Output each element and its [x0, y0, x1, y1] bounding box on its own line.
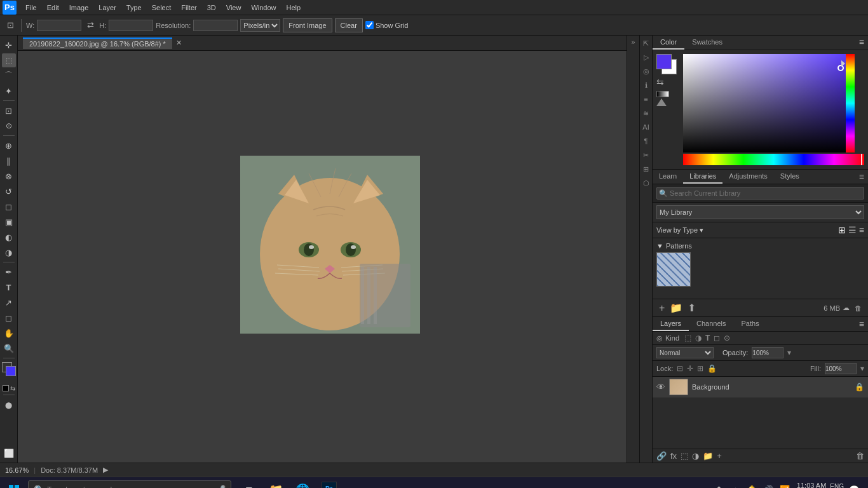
lock-artboard-icon[interactable]: ⊞ [697, 364, 703, 373]
fg-color-box[interactable] [656, 54, 672, 69]
units-select[interactable]: Pixels/in [240, 19, 280, 32]
add-adjustment-btn[interactable]: ◑ [692, 451, 699, 461]
pattern-item-1[interactable] [656, 252, 691, 287]
status-arrow-btn[interactable]: ▶ [103, 466, 108, 474]
add-style-btn[interactable]: fx [670, 451, 677, 461]
swap-color-btn[interactable]: ⇆ [656, 77, 664, 87]
taskbar-search-bar[interactable]: 🔍 Type here to search 🎤 [28, 480, 231, 489]
add-mask-btn[interactable]: ⬚ [681, 451, 688, 461]
list-view-btn[interactable]: ☰ [848, 225, 857, 235]
lib-tab-libraries[interactable]: Libraries [683, 170, 722, 184]
canvas-tab-name[interactable]: 20190822_160020.jpg @ 16.7% (RGB/8#) * [23, 37, 172, 49]
pixel-filter-icon[interactable]: ⬚ [684, 334, 691, 342]
gradient-tool[interactable]: ▣ [2, 215, 16, 229]
panel-tool-8[interactable]: ¶ [641, 136, 651, 146]
zoom-tool[interactable]: 🔍 [2, 341, 16, 355]
network-tray-icon[interactable]: ⬆ [712, 484, 725, 489]
volume-icon[interactable]: 🔊 [762, 484, 775, 489]
patterns-section-header[interactable]: ▼ Patterns [656, 242, 864, 250]
panel-tool-11[interactable]: ⬡ [641, 178, 651, 188]
canvas-inner[interactable] [18, 51, 627, 463]
canvas-tab-close[interactable]: ✕ [176, 39, 182, 47]
show-grid-checkbox[interactable] [365, 21, 374, 29]
menu-3d[interactable]: 3D [202, 3, 221, 13]
delete-item-btn[interactable]: 🗑 [852, 304, 864, 312]
table-row[interactable]: 👁 Background 🔒 [653, 377, 868, 398]
chrome-btn[interactable]: 🌐 [290, 478, 315, 489]
blur-tool[interactable]: ◐ [2, 230, 16, 244]
layer-visibility-icon[interactable]: 👁 [656, 382, 665, 392]
menu-edit[interactable]: Edit [42, 3, 64, 13]
clone-stamp-tool[interactable]: ⊗ [2, 169, 16, 183]
shape-tool[interactable]: ◻ [2, 311, 16, 325]
opacity-input[interactable] [752, 347, 783, 358]
task-view-btn[interactable]: ⊞ [236, 478, 262, 489]
lasso-tool[interactable]: ⌒ [2, 69, 16, 83]
panel-tool-1[interactable]: ⇱ [641, 38, 651, 48]
color-tab-color[interactable]: Color [653, 36, 684, 50]
dodge-tool[interactable]: ◑ [2, 245, 16, 259]
height-input[interactable] [109, 20, 153, 31]
text-filter-icon[interactable]: T [705, 334, 710, 342]
layers-tab-layers[interactable]: Layers [653, 317, 689, 331]
layers-tab-paths[interactable]: Paths [734, 317, 767, 331]
view-by-type-btn[interactable]: View by Type ▾ [656, 226, 838, 234]
menu-help[interactable]: Help [281, 3, 306, 13]
add-item-btn[interactable]: + [656, 302, 667, 314]
menu-filter[interactable]: Filter [176, 3, 201, 13]
text-tool[interactable]: T [2, 280, 16, 294]
select-tool[interactable]: ⬚ [2, 53, 16, 67]
menu-image[interactable]: Image [64, 3, 94, 13]
filter-toggle-icon[interactable]: ◎ [656, 334, 663, 342]
cloud-sync-btn[interactable]: ☁ [840, 304, 852, 312]
hand-tool[interactable]: ✋ [2, 326, 16, 340]
menu-select[interactable]: Select [147, 3, 177, 13]
library-select[interactable]: My Library [656, 205, 864, 219]
wifi-icon[interactable]: 📶 [778, 484, 791, 489]
resolution-input[interactable] [193, 20, 238, 31]
notification-icon[interactable]: 🔔 [745, 484, 758, 489]
collapse-btn[interactable]: » [627, 36, 639, 48]
fg-color-swatch[interactable] [6, 366, 16, 376]
menu-window[interactable]: Window [246, 3, 281, 13]
panel-tool-6[interactable]: ≋ [641, 108, 651, 118]
panel-tool-3[interactable]: ◎ [641, 66, 651, 76]
fill-arrow-icon[interactable]: ▾ [860, 364, 864, 373]
menu-file[interactable]: File [20, 3, 42, 13]
link-layers-btn[interactable]: 🔗 [656, 451, 667, 461]
full-spectrum-bar[interactable] [683, 154, 864, 165]
menu-view[interactable]: View [221, 3, 247, 13]
fill-input[interactable] [825, 363, 857, 374]
move-tool[interactable]: ✛ [2, 38, 16, 52]
language-indicator[interactable]: ENG US [830, 483, 844, 489]
lock-position-icon[interactable]: ✛ [687, 364, 693, 373]
panel-tool-5[interactable]: ≡ [641, 94, 651, 104]
delete-layer-btn[interactable]: 🗑 [856, 451, 864, 461]
quick-mask-tool[interactable]: ⬤ [2, 398, 16, 412]
spectrum-gradient[interactable] [683, 54, 855, 152]
color-menu-btn[interactable]: ≡ [855, 36, 868, 50]
panel-tool-9[interactable]: ✂ [641, 150, 651, 160]
screen-mode-btn[interactable]: ⬜ [2, 446, 16, 460]
blend-mode-select[interactable]: Normal [656, 347, 714, 358]
swap-icon[interactable]: ⇄ [84, 19, 97, 32]
menu-layer[interactable]: Layer [93, 3, 121, 13]
gradient-preview[interactable] [656, 91, 669, 97]
lib-tab-learn[interactable]: Learn [653, 170, 683, 184]
expand-tray-btn[interactable]: ▲ [729, 484, 742, 489]
pen-tool[interactable]: ✒ [2, 265, 16, 279]
folder-btn[interactable]: 📁 [667, 302, 685, 314]
panel-tool-7[interactable]: AI [641, 122, 651, 132]
photoshop-taskbar-btn[interactable]: Ps [316, 478, 342, 489]
action-center-icon[interactable]: 💬 [848, 484, 860, 489]
pattern-icon[interactable] [656, 98, 667, 106]
clear-button[interactable]: Clear [335, 18, 363, 32]
path-selection-tool[interactable]: ↗ [2, 295, 16, 309]
hue-slider[interactable] [846, 54, 855, 152]
color-tab-swatches[interactable]: Swatches [684, 36, 730, 50]
new-layer-btn[interactable]: + [717, 451, 722, 461]
opacity-arrow-icon[interactable]: ▾ [787, 348, 791, 357]
lib-tab-adjustments[interactable]: Adjustments [722, 170, 774, 184]
lock-pixels-icon[interactable]: ⊟ [677, 364, 683, 373]
layers-menu-btn[interactable]: ≡ [855, 318, 868, 330]
